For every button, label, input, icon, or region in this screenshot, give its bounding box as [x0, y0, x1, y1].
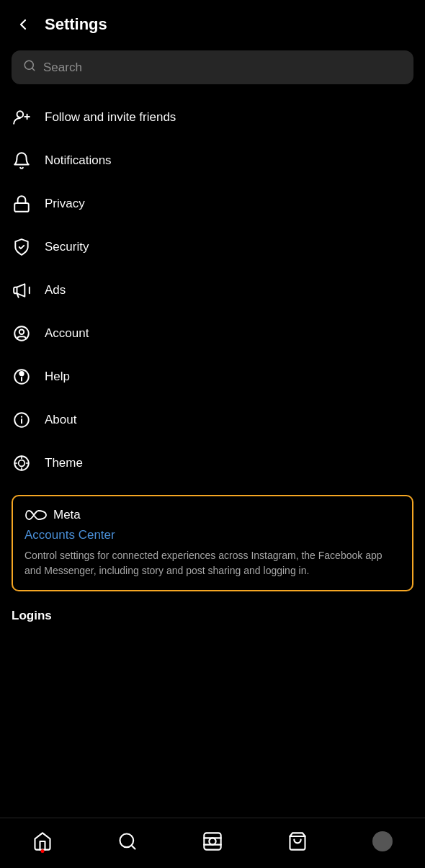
home-notification-dot: [41, 849, 45, 853]
info-icon: [12, 410, 32, 430]
svg-point-25: [209, 838, 215, 844]
search-icon: [23, 59, 36, 76]
home-icon: [32, 831, 53, 851]
meta-label: Meta: [53, 508, 81, 522]
nav-shop[interactable]: [255, 831, 340, 851]
account-label: Account: [45, 326, 89, 341]
svg-line-1: [32, 68, 34, 70]
menu-item-notifications[interactable]: Notifications: [12, 139, 413, 182]
shop-icon: [287, 831, 308, 851]
follow-label: Follow and invite friends: [45, 110, 176, 125]
logins-section: Logins: [0, 601, 425, 627]
svg-rect-5: [14, 203, 29, 212]
back-button[interactable]: [12, 13, 35, 36]
ads-label: Ads: [45, 283, 66, 297]
search-nav-icon: [117, 831, 138, 851]
svg-point-2: [17, 111, 24, 117]
privacy-label: Privacy: [45, 197, 85, 211]
help-icon: [12, 367, 32, 387]
notifications-label: Notifications: [45, 153, 112, 168]
accounts-center-description: Control settings for connected experienc…: [24, 550, 382, 576]
nav-profile[interactable]: [340, 831, 425, 851]
search-placeholder: Search: [43, 61, 82, 75]
bell-icon: [12, 151, 32, 171]
accounts-center-link[interactable]: Accounts Center: [24, 528, 401, 542]
reels-icon: [202, 831, 223, 851]
shield-icon: [12, 237, 32, 257]
about-label: About: [45, 413, 76, 427]
theme-label: Theme: [45, 456, 83, 470]
page-title: Settings: [45, 15, 107, 34]
nav-reels[interactable]: [170, 831, 255, 851]
header: Settings: [0, 0, 425, 43]
meta-logo-icon: [24, 508, 48, 522]
menu-item-ads[interactable]: Ads: [12, 269, 413, 312]
security-label: Security: [45, 240, 89, 254]
menu-item-follow[interactable]: Follow and invite friends: [12, 96, 413, 139]
svg-point-17: [19, 460, 25, 467]
menu-item-security[interactable]: Security: [12, 225, 413, 269]
accounts-center-section[interactable]: Meta Accounts Center Control settings fo…: [12, 495, 413, 591]
menu-list: Follow and invite friends Notifications …: [0, 96, 425, 485]
theme-icon: [12, 453, 32, 473]
account-icon: [12, 323, 32, 344]
svg-rect-24: [204, 833, 220, 849]
help-label: Help: [45, 370, 70, 384]
lock-icon: [12, 194, 32, 214]
meta-logo-row: Meta: [24, 508, 401, 522]
nav-search[interactable]: [85, 831, 170, 851]
megaphone-icon: [12, 280, 32, 300]
nav-home[interactable]: [0, 831, 85, 851]
menu-item-account[interactable]: Account: [12, 312, 413, 355]
menu-item-help[interactable]: Help: [12, 355, 413, 398]
svg-line-23: [131, 845, 135, 849]
bottom-nav: [0, 818, 425, 868]
avatar: [372, 831, 393, 851]
menu-item-privacy[interactable]: Privacy: [12, 182, 413, 225]
svg-point-8: [19, 330, 24, 335]
follow-icon: [12, 107, 32, 127]
search-container: Search: [0, 43, 425, 96]
menu-item-theme[interactable]: Theme: [12, 442, 413, 485]
search-bar[interactable]: Search: [12, 50, 413, 84]
logins-title: Logins: [12, 609, 52, 622]
menu-item-about[interactable]: About: [12, 398, 413, 442]
